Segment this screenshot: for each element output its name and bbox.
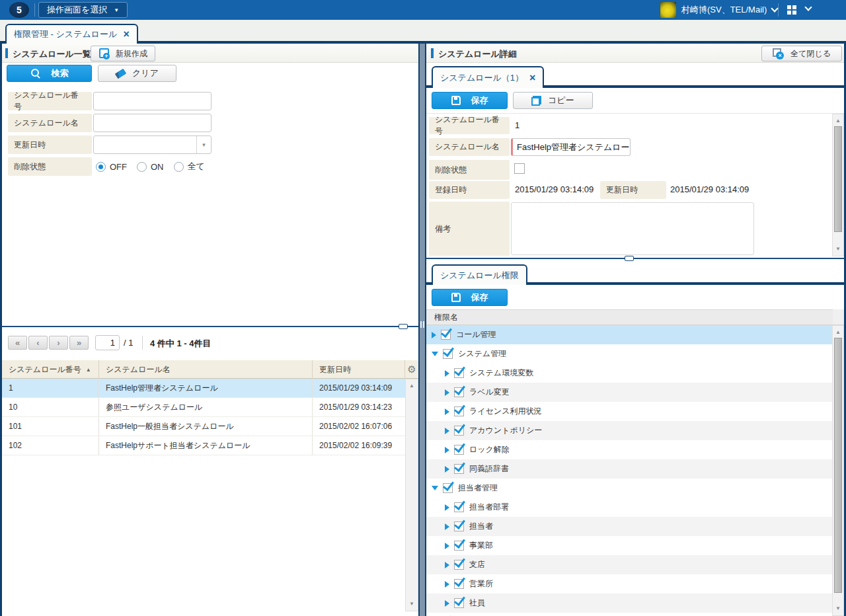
tree-checkbox[interactable] [454,445,464,455]
expand-arrow-icon[interactable] [445,581,449,588]
search-button[interactable]: 検索 [7,65,92,82]
tree-checkbox[interactable] [441,330,451,340]
table-row[interactable]: 101 FastHelp一般担当者システムロール 2015/02/02 16:0… [2,417,405,436]
detail-role-name-input[interactable] [511,138,631,156]
tree-row[interactable]: ロック解除 [426,440,833,459]
copy-button[interactable]: コピー [513,92,593,109]
tree-row[interactable]: ライセンス利用状況 [426,402,833,421]
tree-row[interactable]: アカウントポリシー [426,421,833,440]
tree-checkbox[interactable] [454,368,464,378]
expand-arrow-icon[interactable] [445,447,449,453]
table-scrollbar[interactable]: ▲ ▼ [405,379,418,611]
scroll-up-icon[interactable]: ▲ [406,381,418,391]
tree-checkbox[interactable] [454,579,464,589]
last-page-button[interactable]: » [69,336,89,350]
role-name-input[interactable] [93,114,212,132]
table-row[interactable]: 10 参照ユーザシステムロール 2015/01/29 03:14:23 [2,398,405,417]
tree-row[interactable]: コール管理 [426,325,833,344]
tree-row[interactable]: 担当者部署 [426,498,833,517]
radio-option-all[interactable]: 全て [174,161,205,173]
radio-option-on[interactable]: ON [137,162,164,172]
splitter-grip[interactable] [625,256,634,261]
expand-arrow-icon[interactable] [445,428,449,434]
first-page-button[interactable]: « [8,336,27,350]
tree-checkbox[interactable] [443,349,453,359]
scrollbar-thumb[interactable] [834,338,842,593]
detail-horizontal-splitter[interactable] [426,258,844,259]
scrollbar-thumb[interactable] [834,126,842,232]
scroll-down-icon[interactable]: ▼ [833,244,843,254]
permission-save-button[interactable]: 保存 [432,289,508,306]
expand-arrow-icon[interactable] [445,543,449,549]
tree-checkbox[interactable] [454,502,464,512]
app-logo[interactable]: 5 [9,2,29,18]
tree-checkbox[interactable] [454,387,464,397]
column-settings-button[interactable]: ⚙ [405,360,418,379]
expand-arrow-icon[interactable] [445,370,449,377]
splitter-grip[interactable] [420,321,424,328]
clear-button[interactable]: クリア [98,65,176,82]
table-row[interactable]: 102 FastHelpサポート担当者システムロール 2015/02/02 16… [2,436,405,455]
scroll-up-icon[interactable]: ▲ [833,327,843,338]
expand-arrow-icon[interactable] [432,486,438,490]
panel-splitter-vertical[interactable] [418,44,426,616]
column-header-role-number[interactable]: システムロール番号 ▲ [2,360,99,379]
tree-checkbox[interactable] [454,560,464,570]
tree-checkbox[interactable] [454,598,464,608]
close-icon[interactable]: × [529,73,535,83]
table-row[interactable]: 1 FastHelp管理者システムロール 2015/01/29 03:14:09 [2,379,405,398]
tree-row[interactable]: 担当者 [426,517,833,536]
screen-select-dropdown[interactable]: 操作画面を選択 ▼ [38,2,128,18]
expand-arrow-icon[interactable] [432,332,436,338]
scroll-up-icon[interactable]: ▲ [833,116,843,126]
page-number-input[interactable] [95,335,120,350]
expand-arrow-icon[interactable] [445,466,449,473]
detail-form-scrollbar[interactable]: ▲ ▼ [832,114,844,256]
expand-arrow-icon[interactable] [445,408,449,415]
tree-row[interactable]: 営業所 [426,574,833,594]
save-button[interactable]: 保存 [432,92,508,109]
next-page-button[interactable]: › [49,336,68,350]
tree-row[interactable]: システム管理 [426,344,833,364]
expand-arrow-icon[interactable] [445,389,449,396]
role-number-input[interactable] [93,92,212,110]
tree-row[interactable]: 同義語辞書 [426,459,833,479]
expand-arrow-icon[interactable] [445,504,449,511]
tree-row[interactable] [426,613,833,616]
tree-checkbox[interactable] [454,464,464,474]
tree-row[interactable]: 担当者管理 [426,479,833,498]
tab-permission-management[interactable]: 権限管理 - システムロール × [5,24,138,44]
updated-at-combobox[interactable]: ▼ [93,135,212,154]
scroll-down-icon[interactable]: ▼ [406,599,418,609]
tree-checkbox[interactable] [454,541,464,551]
expand-arrow-icon[interactable] [445,523,449,530]
combo-dropdown-icon[interactable]: ▼ [196,136,211,153]
expand-arrow-icon[interactable] [445,562,449,568]
prev-page-button[interactable]: ‹ [28,336,48,350]
tree-row[interactable]: 支店 [426,555,833,574]
splitter-grip[interactable] [399,324,408,329]
tree-row[interactable]: 社員 [426,594,833,613]
column-header-role-name[interactable]: システムロール名 [99,360,313,379]
apps-grid-icon[interactable] [787,5,796,15]
user-menu[interactable]: 村崎博(SV、TEL/Mail) [660,0,777,20]
close-all-button[interactable]: × 全て閉じる [761,46,842,61]
tree-checkbox[interactable] [454,426,464,436]
delete-status-checkbox[interactable] [514,163,525,174]
tree-checkbox[interactable] [443,483,453,493]
tab-system-role-permission[interactable]: システムロール権限 [432,264,527,285]
tab-system-role-1[interactable]: システムロール（1） × [432,66,544,88]
tree-row[interactable]: システム環境変数 [426,364,833,383]
remarks-textarea[interactable] [511,202,754,255]
tree-checkbox[interactable] [454,521,464,531]
tree-row[interactable]: ラベル変更 [426,383,833,402]
radio-option-off[interactable]: OFF [96,162,127,172]
scroll-down-icon[interactable]: ▼ [833,603,843,614]
expand-arrow-icon[interactable] [432,352,438,356]
close-icon[interactable]: × [123,30,129,39]
tree-checkbox[interactable] [454,406,464,416]
column-header-updated[interactable]: 更新日時 [313,360,405,379]
create-new-button[interactable]: + 新規作成 [91,46,155,61]
tree-row[interactable]: 事業部 [426,536,833,555]
tree-scrollbar[interactable]: ▲ ▼ [832,325,844,616]
